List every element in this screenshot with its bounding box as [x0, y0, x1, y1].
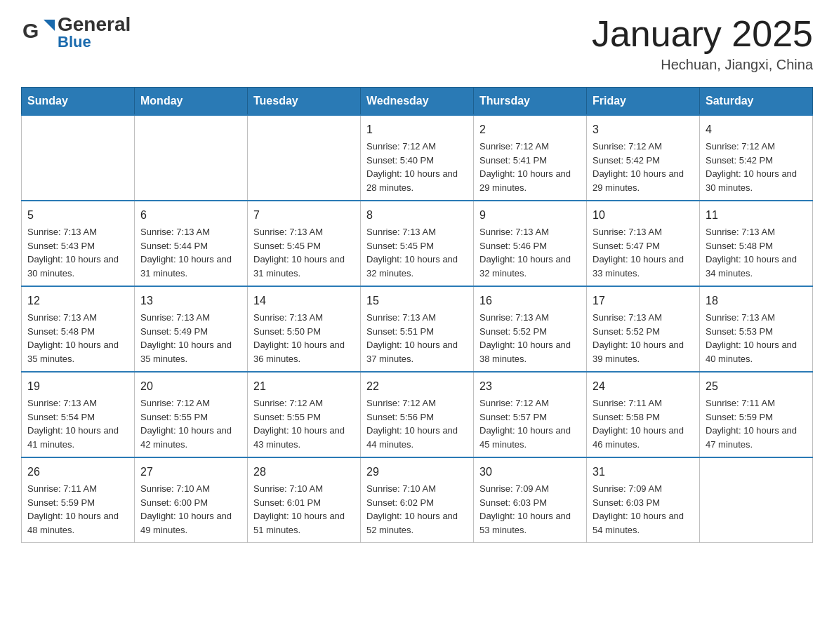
- sunrise-text: Sunrise: 7:10 AM: [253, 482, 355, 496]
- month-title: January 2025: [592, 14, 813, 54]
- daylight-text: Daylight: 10 hours and 33 minutes.: [593, 253, 694, 280]
- sunrise-text: Sunrise: 7:13 AM: [27, 225, 128, 239]
- calendar-cell: 29Sunrise: 7:10 AMSunset: 6:02 PMDayligh…: [361, 457, 474, 543]
- sunrise-text: Sunrise: 7:13 AM: [593, 225, 694, 239]
- daylight-text: Daylight: 10 hours and 32 minutes.: [366, 253, 468, 280]
- calendar-cell: 31Sunrise: 7:09 AMSunset: 6:03 PMDayligh…: [587, 457, 700, 543]
- daylight-text: Daylight: 10 hours and 47 minutes.: [706, 424, 807, 451]
- day-number: 4: [706, 121, 807, 138]
- sunset-text: Sunset: 5:58 PM: [593, 410, 694, 424]
- sunset-text: Sunset: 5:49 PM: [140, 325, 241, 339]
- daylight-text: Daylight: 10 hours and 28 minutes.: [366, 167, 468, 194]
- logo: G General Blue: [21, 14, 131, 51]
- day-number: 10: [593, 207, 694, 224]
- calendar-cell: 13Sunrise: 7:13 AMSunset: 5:49 PMDayligh…: [135, 286, 248, 372]
- day-number: 17: [593, 293, 694, 309]
- calendar-cell: [700, 457, 813, 543]
- week-row-1: 1Sunrise: 7:12 AMSunset: 5:40 PMDaylight…: [22, 115, 813, 201]
- sunrise-text: Sunrise: 7:13 AM: [366, 311, 468, 325]
- sunrise-text: Sunrise: 7:13 AM: [140, 311, 241, 325]
- sunset-text: Sunset: 5:45 PM: [253, 239, 355, 253]
- daylight-text: Daylight: 10 hours and 29 minutes.: [479, 167, 581, 194]
- day-number: 2: [479, 121, 581, 138]
- logo-blue: Blue: [58, 34, 131, 50]
- header-friday: Friday: [587, 88, 700, 116]
- calendar-cell: 12Sunrise: 7:13 AMSunset: 5:48 PMDayligh…: [22, 286, 135, 372]
- sunrise-text: Sunrise: 7:12 AM: [593, 140, 694, 154]
- day-number: 24: [593, 378, 694, 395]
- day-number: 8: [366, 207, 468, 224]
- calendar-cell: 5Sunrise: 7:13 AMSunset: 5:43 PMDaylight…: [22, 201, 135, 286]
- day-number: 28: [253, 464, 355, 481]
- day-number: 21: [253, 378, 355, 395]
- daylight-text: Daylight: 10 hours and 42 minutes.: [140, 424, 241, 451]
- sunrise-text: Sunrise: 7:13 AM: [253, 311, 355, 325]
- daylight-text: Daylight: 10 hours and 39 minutes.: [593, 338, 694, 365]
- sunset-text: Sunset: 5:53 PM: [706, 325, 807, 339]
- day-number: 22: [366, 378, 468, 395]
- calendar-cell: 20Sunrise: 7:12 AMSunset: 5:55 PMDayligh…: [135, 372, 248, 457]
- sunset-text: Sunset: 5:42 PM: [593, 154, 694, 168]
- daylight-text: Daylight: 10 hours and 46 minutes.: [593, 424, 694, 451]
- daylight-text: Daylight: 10 hours and 30 minutes.: [706, 167, 807, 194]
- day-number: 9: [479, 207, 581, 224]
- calendar-cell: [248, 115, 361, 201]
- day-number: 23: [479, 378, 581, 395]
- daylight-text: Daylight: 10 hours and 34 minutes.: [706, 253, 807, 280]
- sunrise-text: Sunrise: 7:13 AM: [706, 225, 807, 239]
- sunrise-text: Sunrise: 7:11 AM: [593, 396, 694, 410]
- sunset-text: Sunset: 6:03 PM: [593, 496, 694, 510]
- calendar-cell: 8Sunrise: 7:13 AMSunset: 5:45 PMDaylight…: [361, 201, 474, 286]
- sunrise-text: Sunrise: 7:13 AM: [706, 311, 807, 325]
- sunset-text: Sunset: 5:45 PM: [366, 239, 468, 253]
- logo-icon: G: [21, 14, 58, 51]
- daylight-text: Daylight: 10 hours and 51 minutes.: [253, 509, 355, 537]
- sunrise-text: Sunrise: 7:13 AM: [253, 225, 355, 239]
- header-thursday: Thursday: [474, 88, 587, 116]
- sunset-text: Sunset: 5:59 PM: [706, 410, 807, 424]
- day-number: 15: [366, 293, 468, 309]
- header-saturday: Saturday: [700, 88, 813, 116]
- calendar-cell: 16Sunrise: 7:13 AMSunset: 5:52 PMDayligh…: [474, 286, 587, 372]
- sunrise-text: Sunrise: 7:13 AM: [479, 225, 581, 239]
- day-number: 3: [593, 121, 694, 138]
- daylight-text: Daylight: 10 hours and 38 minutes.: [479, 338, 581, 365]
- calendar-cell: [135, 115, 248, 201]
- daylight-text: Daylight: 10 hours and 29 minutes.: [593, 167, 694, 194]
- day-number: 5: [27, 207, 128, 224]
- sunrise-text: Sunrise: 7:12 AM: [140, 396, 241, 410]
- week-row-5: 26Sunrise: 7:11 AMSunset: 5:59 PMDayligh…: [22, 457, 813, 543]
- sunset-text: Sunset: 5:47 PM: [593, 239, 694, 253]
- calendar-cell: 17Sunrise: 7:13 AMSunset: 5:52 PMDayligh…: [587, 286, 700, 372]
- daylight-text: Daylight: 10 hours and 53 minutes.: [479, 509, 581, 537]
- calendar-cell: 25Sunrise: 7:11 AMSunset: 5:59 PMDayligh…: [700, 372, 813, 457]
- daylight-text: Daylight: 10 hours and 35 minutes.: [27, 338, 128, 365]
- day-number: 20: [140, 378, 241, 395]
- sunrise-text: Sunrise: 7:12 AM: [479, 140, 581, 154]
- daylight-text: Daylight: 10 hours and 31 minutes.: [140, 253, 241, 280]
- sunset-text: Sunset: 5:54 PM: [27, 410, 128, 424]
- daylight-text: Daylight: 10 hours and 35 minutes.: [140, 338, 241, 365]
- week-row-3: 12Sunrise: 7:13 AMSunset: 5:48 PMDayligh…: [22, 286, 813, 372]
- calendar-cell: 2Sunrise: 7:12 AMSunset: 5:41 PMDaylight…: [474, 115, 587, 201]
- sunrise-text: Sunrise: 7:11 AM: [706, 396, 807, 410]
- daylight-text: Daylight: 10 hours and 44 minutes.: [366, 424, 468, 451]
- calendar-cell: 15Sunrise: 7:13 AMSunset: 5:51 PMDayligh…: [361, 286, 474, 372]
- sunrise-text: Sunrise: 7:09 AM: [593, 482, 694, 496]
- daylight-text: Daylight: 10 hours and 43 minutes.: [253, 424, 355, 451]
- sunset-text: Sunset: 5:55 PM: [253, 410, 355, 424]
- sunrise-text: Sunrise: 7:12 AM: [366, 396, 468, 410]
- calendar-cell: 9Sunrise: 7:13 AMSunset: 5:46 PMDaylight…: [474, 201, 587, 286]
- sunset-text: Sunset: 5:44 PM: [140, 239, 241, 253]
- week-row-4: 19Sunrise: 7:13 AMSunset: 5:54 PMDayligh…: [22, 372, 813, 457]
- day-number: 11: [706, 207, 807, 224]
- day-number: 1: [366, 121, 468, 138]
- sunrise-text: Sunrise: 7:12 AM: [366, 140, 468, 154]
- header-row: SundayMondayTuesdayWednesdayThursdayFrid…: [22, 88, 813, 116]
- calendar-cell: 30Sunrise: 7:09 AMSunset: 6:03 PMDayligh…: [474, 457, 587, 543]
- sunset-text: Sunset: 5:55 PM: [140, 410, 241, 424]
- sunset-text: Sunset: 5:50 PM: [253, 325, 355, 339]
- sunrise-text: Sunrise: 7:10 AM: [140, 482, 241, 496]
- day-number: 6: [140, 207, 241, 224]
- calendar-cell: 3Sunrise: 7:12 AMSunset: 5:42 PMDaylight…: [587, 115, 700, 201]
